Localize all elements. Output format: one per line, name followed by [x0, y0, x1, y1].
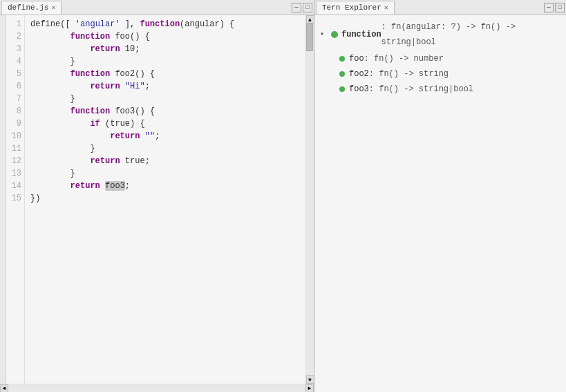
- tree-child-item[interactable]: foo3 : fn() -> string|bool: [337, 82, 560, 97]
- editor-panel: define.js ✕ ─ □ 123456789101112131415 de…: [0, 0, 314, 392]
- token-: [30, 181, 70, 191]
- code-line: }: [30, 93, 305, 105]
- token-: }: [30, 57, 75, 66]
- main-container: define.js ✕ ─ □ 123456789101112131415 de…: [0, 0, 566, 392]
- line-number: 3: [10, 43, 21, 55]
- token-: }: [30, 94, 75, 104]
- token-: ;: [155, 131, 160, 141]
- tree-child-label: foo3: [349, 82, 369, 97]
- token-str: "Hi": [125, 82, 145, 91]
- code-line: return "Hi";: [30, 80, 305, 93]
- code-line: function foo() {: [30, 30, 305, 43]
- line-number: 13: [10, 167, 21, 180]
- editor-left-gutter: [0, 15, 6, 384]
- scroll-track[interactable]: [306, 24, 314, 375]
- scroll-thumb[interactable]: [306, 24, 313, 51]
- token-: [120, 82, 125, 91]
- token-: }): [30, 194, 40, 203]
- editor-tab-close-icon[interactable]: ✕: [51, 3, 55, 12]
- editor-tab-bar: define.js ✕ ─ □: [0, 0, 314, 15]
- token-: ' ],: [115, 19, 140, 29]
- code-line: }): [30, 192, 305, 205]
- tern-tab[interactable]: Tern Explorer ✕: [316, 1, 395, 15]
- token-: }: [30, 144, 95, 153]
- token-kw: function: [140, 19, 180, 29]
- scroll-up-arrow[interactable]: ▲: [306, 15, 314, 24]
- tree-child-item[interactable]: foo : fn() -> number: [337, 51, 560, 66]
- line-numbers: 123456789101112131415: [6, 15, 25, 384]
- line-number: 4: [10, 55, 21, 68]
- token-: [30, 106, 70, 116]
- tern-tab-bar: Tern Explorer ✕ ─ □: [314, 0, 566, 15]
- tern-content: ▾function: fn(angular: ?) -> fn() -> str…: [314, 15, 566, 392]
- token-: foo() {: [110, 32, 150, 41]
- token-: (angular) {: [180, 19, 234, 29]
- token-: [30, 119, 90, 129]
- code-line: }: [30, 142, 305, 155]
- tree-dot-icon: [331, 31, 338, 38]
- hscroll-track[interactable]: [8, 384, 305, 392]
- token-str: angular: [80, 19, 115, 29]
- line-number: 6: [10, 80, 21, 93]
- code-area[interactable]: define([ 'angular' ], function(angular) …: [25, 15, 305, 384]
- tree-child-dot-icon: [339, 71, 345, 77]
- code-line: }: [30, 167, 305, 180]
- tree-expand-icon[interactable]: ▾: [320, 27, 330, 42]
- token-: [30, 44, 90, 54]
- tern-tab-label: Tern Explorer: [322, 3, 381, 12]
- scroll-left-arrow[interactable]: ◄: [0, 384, 8, 393]
- tree-child-label: foo: [349, 51, 364, 66]
- tree-root-item[interactable]: ▾function: fn(angular: ?) -> fn() -> str…: [320, 19, 560, 50]
- token-kw: function: [70, 69, 111, 79]
- scroll-right-arrow[interactable]: ►: [305, 384, 314, 393]
- token-kw: if: [90, 119, 100, 129]
- token-: [100, 181, 105, 191]
- editor-maximize-button[interactable]: □: [303, 3, 312, 12]
- editor-tab-controls: ─ □: [292, 3, 312, 12]
- tern-panel: Tern Explorer ✕ ─ □ ▾function: fn(angula…: [314, 0, 566, 392]
- scroll-down-arrow[interactable]: ▼: [306, 375, 314, 384]
- editor-minimize-button[interactable]: ─: [292, 3, 301, 12]
- line-number: 1: [10, 18, 21, 30]
- token-: [30, 32, 70, 41]
- code-line: function foo3() {: [30, 105, 305, 118]
- editor-vscrollbar[interactable]: ▲ ▼: [305, 15, 314, 384]
- line-number: 12: [10, 155, 21, 167]
- tern-maximize-button[interactable]: □: [555, 3, 565, 12]
- code-line: define([ 'angular' ], function(angular) …: [30, 18, 305, 30]
- line-number: 8: [10, 105, 21, 118]
- token-: }: [30, 169, 75, 178]
- token-: [30, 69, 70, 79]
- tree-child-type: : fn() -> number: [364, 51, 444, 66]
- code-line: return 10;: [30, 43, 305, 55]
- token-: foo3() {: [110, 106, 155, 116]
- line-number: 15: [10, 192, 21, 205]
- token-str: "": [145, 131, 155, 141]
- tree-child-item[interactable]: foo2 : fn() -> string: [337, 66, 560, 82]
- editor-tab-define-js[interactable]: define.js ✕: [1, 1, 62, 15]
- tree-root-type: : fn(angular: ?) -> fn() -> string|bool: [381, 19, 560, 50]
- token-: ': [70, 19, 80, 29]
- editor-hscrollbar[interactable]: ◄ ►: [0, 384, 314, 392]
- tree-child-label: foo2: [349, 66, 369, 82]
- code-line: if (true) {: [30, 118, 305, 130]
- token-kw: function: [70, 32, 111, 41]
- token-: [30, 156, 90, 166]
- code-line: return true;: [30, 155, 305, 167]
- line-number: 11: [10, 142, 21, 155]
- tree-child-type: : fn() -> string|bool: [369, 82, 473, 97]
- token-: 10;: [120, 44, 140, 54]
- tern-minimize-button[interactable]: ─: [544, 3, 554, 12]
- editor-tab-label: define.js: [8, 3, 48, 12]
- line-number: 10: [10, 130, 21, 142]
- tern-tab-close-icon[interactable]: ✕: [384, 3, 388, 12]
- token-: ;: [145, 82, 150, 91]
- token-: (true) {: [100, 119, 145, 129]
- token-: [30, 82, 90, 91]
- code-line: function foo2() {: [30, 68, 305, 80]
- editor-content[interactable]: 123456789101112131415 define([ 'angular'…: [6, 15, 305, 384]
- line-number: 14: [10, 180, 21, 192]
- token-highlight: foo3: [105, 181, 125, 191]
- code-line: return foo3;: [30, 180, 305, 192]
- token-kw: function: [70, 106, 111, 116]
